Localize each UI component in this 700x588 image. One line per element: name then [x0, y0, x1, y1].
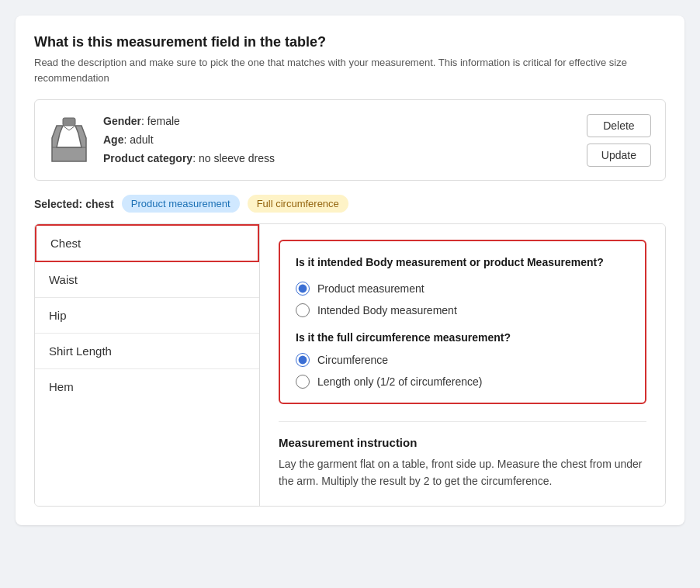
question-box: Is it intended Body measurement or produ…	[279, 240, 646, 404]
age-label: Age	[103, 133, 123, 146]
instruction-text: Lay the garment flat on a table, front s…	[279, 455, 646, 490]
radio-length-only-input[interactable]	[296, 375, 310, 389]
sidebar: Chest Waist Hip Shirt Length Hem	[35, 224, 260, 505]
category-label: Product category	[103, 152, 192, 164]
badge-product-measurement: Product measurement	[122, 195, 240, 213]
sidebar-item-waist[interactable]: Waist	[35, 262, 259, 298]
update-button[interactable]: Update	[587, 144, 651, 167]
instruction-section: Measurement instruction Lay the garment …	[279, 436, 646, 490]
radio-length-only[interactable]: Length only (1/2 of circumference)	[296, 375, 629, 389]
instruction-title: Measurement instruction	[279, 436, 646, 449]
divider	[279, 421, 646, 422]
main-container: What is this measurement field in the ta…	[16, 16, 684, 525]
radio-circumference-input[interactable]	[296, 353, 310, 367]
content-area: Is it intended Body measurement or produ…	[260, 224, 665, 505]
question2-title: Is it the full circumference measurement…	[296, 331, 629, 344]
svg-rect-0	[63, 118, 75, 126]
selected-label: Selected: chest	[34, 198, 114, 210]
main-layout: Chest Waist Hip Shirt Length Hem Is it i…	[34, 223, 666, 506]
radio-body-measurement[interactable]: Intended Body measurement	[296, 303, 629, 317]
product-actions: Delete Update	[587, 114, 651, 167]
page-title: What is this measurement field in the ta…	[34, 34, 666, 50]
radio-product-measurement[interactable]: Product measurement	[296, 282, 629, 296]
radio-product-measurement-label: Product measurement	[317, 282, 425, 295]
radio-circumference[interactable]: Circumference	[296, 353, 629, 367]
dress-icon	[49, 116, 89, 164]
age-value: adult	[130, 133, 153, 146]
product-info: Gender: female Age: adult Product catego…	[103, 112, 587, 168]
radio-circumference-label: Circumference	[317, 354, 388, 366]
question2-options: Circumference Length only (1/2 of circum…	[296, 353, 629, 389]
sidebar-item-chest[interactable]: Chest	[35, 224, 259, 262]
radio-length-only-label: Length only (1/2 of circumference)	[317, 375, 482, 388]
badge-full-circumference: Full circumference	[248, 195, 348, 213]
radio-product-measurement-input[interactable]	[296, 282, 310, 296]
gender-value: female	[147, 115, 180, 127]
radio-body-measurement-label: Intended Body measurement	[317, 304, 457, 316]
question1-title: Is it intended Body measurement or produ…	[296, 255, 629, 271]
product-card: Gender: female Age: adult Product catego…	[34, 99, 666, 181]
gender-label: Gender	[103, 115, 141, 127]
page-subtitle: Read the description and make sure to pi…	[34, 55, 666, 85]
delete-button[interactable]: Delete	[587, 114, 651, 137]
category-value: no sleeve dress	[199, 152, 275, 164]
radio-body-measurement-input[interactable]	[296, 303, 310, 317]
sidebar-item-hem[interactable]: Hem	[35, 369, 259, 404]
sidebar-item-hip[interactable]: Hip	[35, 298, 259, 334]
question1-options: Product measurement Intended Body measur…	[296, 282, 629, 317]
selected-row: Selected: chest Product measurement Full…	[34, 195, 666, 213]
sidebar-item-shirt-length[interactable]: Shirt Length	[35, 334, 259, 369]
